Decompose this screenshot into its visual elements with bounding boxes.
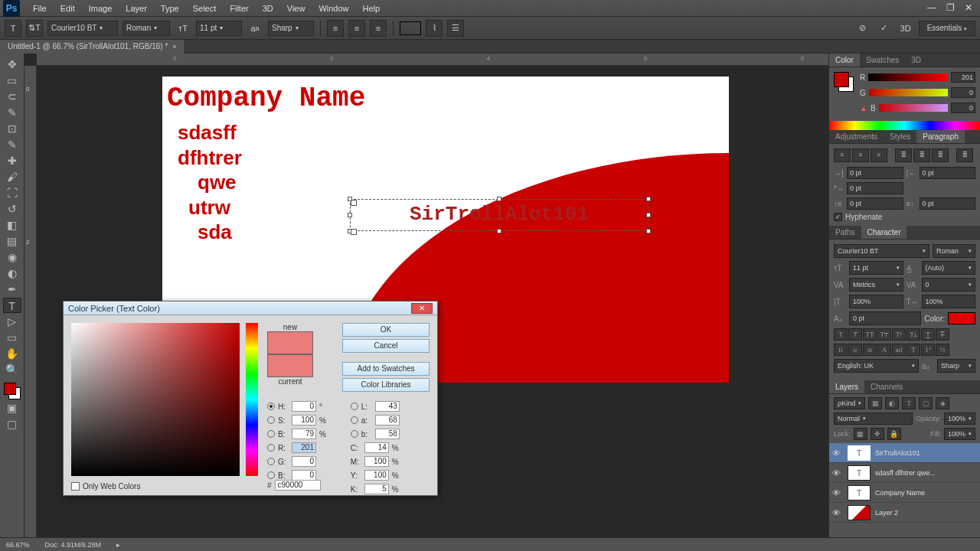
styles-tab[interactable]: Styles [884,130,916,143]
para-justify-left[interactable]: ≣ [895,148,912,162]
c-field[interactable]: 14 [364,442,389,453]
workspace-select[interactable]: Essentials ▾ [919,21,975,36]
menu-window[interactable]: Window [312,0,355,17]
ot-1st-btn[interactable]: 1ˢ [921,344,935,356]
para-align-center[interactable]: ≡ [852,148,869,162]
paths-tab[interactable]: Paths [829,226,861,239]
status-caret-icon[interactable]: ▸ [116,541,120,549]
g-slider[interactable] [869,89,948,96]
selected-text-layer[interactable]: SirTrollAlot101 [351,200,648,229]
g-field[interactable]: 0 [292,456,316,467]
layer-row-sirtrollalot[interactable]: 👁 T SirTrollAlot101 [829,443,980,463]
visibility-icon[interactable]: 👁 [832,488,843,497]
filter-smart-icon[interactable]: ◈ [936,397,949,409]
b-slider[interactable] [879,104,948,112]
3d-icon[interactable]: 3D [897,20,914,37]
close-tab-icon[interactable]: × [172,43,176,51]
ot-titling-btn[interactable]: T [906,344,920,356]
color-tab[interactable]: Color [829,54,860,67]
y-field[interactable]: 100 [364,470,389,481]
m-field[interactable]: 100 [364,456,389,467]
menu-view[interactable]: View [280,0,312,17]
layer-row-company[interactable]: 👁 T Company Name [829,483,980,503]
indent-right-field[interactable]: 0 pt [920,167,976,179]
para-justify-all[interactable]: ≣ [956,148,973,162]
shape-tool[interactable]: ▭ [3,330,21,345]
l-radio[interactable] [351,403,358,410]
eyedropper-tool[interactable]: ✎ [3,137,21,152]
char-tracking-select[interactable]: 0▾ [922,278,976,292]
char-color-swatch[interactable] [948,312,975,324]
3d-tab[interactable]: 3D [905,54,927,67]
h-radio[interactable] [267,403,275,410]
char-style-select[interactable]: Roman▾ [933,244,975,258]
k-field[interactable]: 5 [364,484,389,494]
zoom-level[interactable]: 66.67% [6,541,30,549]
font-size-select[interactable]: 11 pt▾ [196,21,242,36]
quick-mask-button[interactable]: ▣ [3,400,21,416]
type-tool[interactable]: T [3,298,21,313]
font-family-select[interactable]: Courier10 BT▾ [47,21,118,36]
layer-row-layer2[interactable]: 👁 Layer 2 [829,503,980,523]
zoom-tool[interactable]: 🔍 [3,362,21,377]
foreground-background-swatch[interactable] [4,383,21,399]
menu-layer[interactable]: Layer [119,0,154,17]
ot-swash-btn[interactable]: σ [848,344,862,356]
r-slider[interactable] [868,73,948,81]
commit-edits-icon[interactable]: ✓ [876,20,893,37]
text-company-name[interactable]: Company Name [162,77,729,120]
add-to-swatches-button[interactable]: Add to Swatches [342,362,430,376]
move-tool[interactable]: ✥ [3,57,21,72]
brush-tool[interactable]: 🖌 [3,169,21,184]
a-radio[interactable] [351,416,358,424]
filter-type-icon[interactable]: T [902,397,916,409]
lock-pixels-icon[interactable]: ▦ [854,428,867,440]
small-caps-btn[interactable]: Tᴛ [877,328,891,341]
b2-radio[interactable] [351,430,358,438]
menu-select[interactable]: Select [186,0,224,17]
blur-tool[interactable]: ◉ [3,249,21,265]
current-color-swatch[interactable] [267,354,313,377]
ot-st-btn[interactable]: st [863,344,877,356]
menu-filter[interactable]: Filter [223,0,255,17]
character-tab[interactable]: Character [861,226,907,239]
align-left-button[interactable]: ≡ [327,20,344,37]
window-close-button[interactable]: ✕ [960,2,977,15]
bc-radio[interactable] [267,471,275,479]
s-radio[interactable] [267,416,275,424]
cancel-edits-icon[interactable]: ⊘ [854,20,871,37]
stamp-tool[interactable]: ⛶ [3,185,21,201]
dialog-title-bar[interactable]: Color Picker (Text Color) ✕ [64,302,437,315]
color-field[interactable] [71,323,240,476]
char-vscale-field[interactable]: 100% [849,295,903,308]
warp-text-button[interactable]: ⌇ [426,20,443,37]
ot-ord-btn[interactable]: A [877,344,891,356]
b-value[interactable]: 0 [951,103,975,113]
superscript-btn[interactable]: T¹ [892,328,906,341]
all-caps-btn[interactable]: TT [863,328,877,341]
g-value[interactable]: 0 [951,87,975,98]
indent-left-field[interactable]: 0 pt [847,167,903,179]
layers-tab[interactable]: Layers [829,380,864,393]
char-hscale-field[interactable]: 100% [922,295,976,308]
text-color-swatch[interactable] [400,21,421,35]
space-before-field[interactable]: 0 pt [847,197,903,210]
hand-tool[interactable]: ✋ [3,346,21,361]
h-field[interactable]: 0 [292,401,316,412]
channels-tab[interactable]: Channels [864,380,909,393]
eraser-tool[interactable]: ◧ [3,217,21,233]
align-center-button[interactable]: ≡ [348,20,365,37]
color-libraries-button[interactable]: Color Libraries [342,378,430,392]
spectrum-bar[interactable] [829,121,980,130]
gradient-tool[interactable]: ▤ [3,233,21,249]
document-tab[interactable]: Untitled-1 @ 66.7% (SirTrollAlot101, RGB… [0,40,185,54]
s-field[interactable]: 100 [292,415,316,425]
r-radio[interactable] [267,444,275,452]
cancel-button[interactable]: Cancel [342,339,430,353]
char-kerning-select[interactable]: Metrics▾ [849,278,903,292]
menu-3d[interactable]: 3D [256,0,280,17]
bv-field[interactable]: 79 [292,429,316,439]
hue-slider[interactable] [246,323,258,476]
g-radio[interactable] [267,458,275,465]
para-align-right[interactable]: ≡ [871,148,887,162]
